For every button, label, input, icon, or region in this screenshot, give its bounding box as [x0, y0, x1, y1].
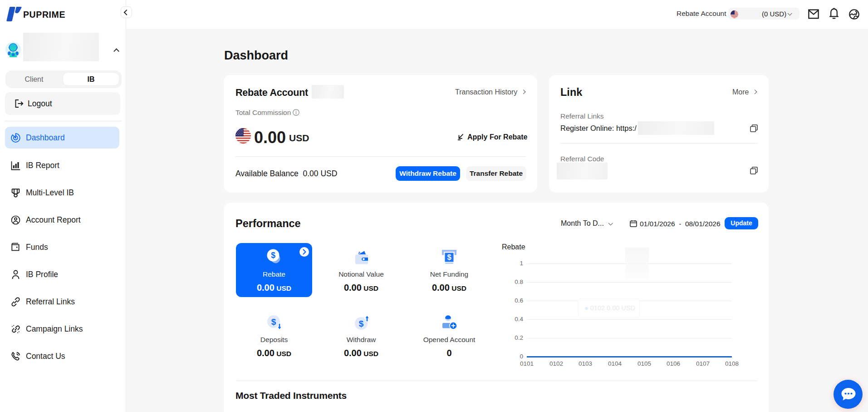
- svg-text:$: $: [271, 251, 275, 260]
- svg-text:$: $: [359, 319, 364, 328]
- svg-text:$: $: [447, 253, 451, 261]
- svg-text:$: $: [271, 317, 276, 327]
